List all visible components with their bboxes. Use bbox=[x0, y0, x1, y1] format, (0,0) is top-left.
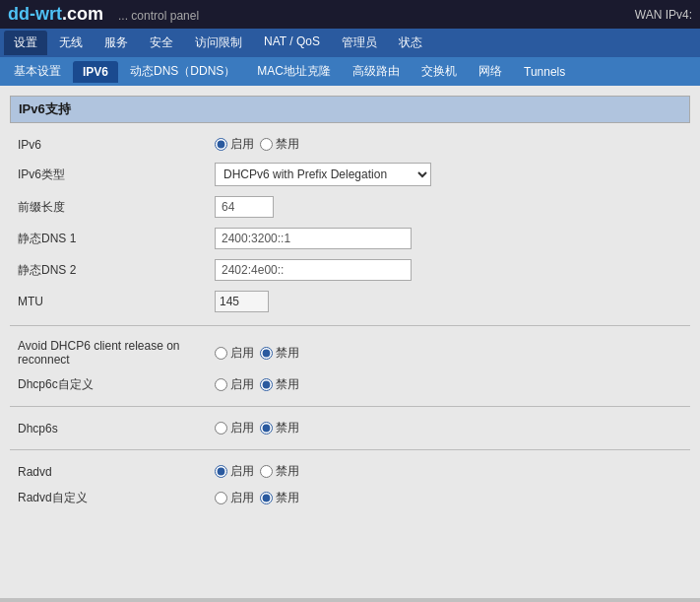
table-row: 前缀长度 bbox=[10, 191, 690, 223]
ipv6-radio-group: 启用 禁用 bbox=[215, 136, 682, 153]
table-row: Dhcp6c自定义 启用 禁用 bbox=[10, 371, 690, 398]
static-dns1-input[interactable] bbox=[215, 228, 412, 249]
top-nav-status[interactable]: 状态 bbox=[389, 31, 432, 55]
top-nav-security[interactable]: 安全 bbox=[140, 31, 183, 55]
ipv6-disable-radio[interactable]: 禁用 bbox=[260, 136, 299, 153]
divider-1 bbox=[10, 325, 690, 326]
top-nav-settings[interactable]: 设置 bbox=[4, 31, 47, 55]
table-row: Avoid DHCP6 client release on reconnect … bbox=[10, 334, 690, 371]
logo: dd-wrt.com ... control panel bbox=[8, 4, 199, 25]
radvd-custom-enable[interactable]: 启用 bbox=[215, 490, 254, 506]
divider-2 bbox=[10, 406, 690, 407]
prefix-length-label: 前缀长度 bbox=[10, 191, 207, 223]
header: dd-wrt.com ... control panel WAN IPv4: bbox=[0, 0, 700, 29]
dhcp6s-radio-group: 启用 禁用 bbox=[215, 420, 682, 436]
avoid-dhcp6-radio-group: 启用 禁用 bbox=[215, 345, 682, 362]
dhcp6s-disable[interactable]: 禁用 bbox=[260, 420, 299, 436]
dhcp6s-enable[interactable]: 启用 bbox=[215, 420, 254, 436]
sub-nav-ddns[interactable]: 动态DNS（DDNS） bbox=[120, 59, 245, 84]
top-nav-nat[interactable]: NAT / QoS bbox=[254, 31, 330, 55]
ipv6-form: IPv6 启用 禁用 IPv6类型 bbox=[10, 131, 690, 317]
static-dns2-label: 静态DNS 2 bbox=[10, 254, 207, 286]
dhcp6s-label: Dhcp6s bbox=[10, 415, 207, 441]
ipv6-enable-radio[interactable]: 启用 bbox=[215, 136, 254, 153]
table-row: 静态DNS 2 bbox=[10, 254, 690, 286]
sub-nav-tunnels[interactable]: Tunnels bbox=[514, 61, 575, 83]
radvd-enable[interactable]: 启用 bbox=[215, 463, 254, 480]
section-title: IPv6支持 bbox=[10, 96, 690, 123]
extra-form: Avoid DHCP6 client release on reconnect … bbox=[10, 334, 690, 398]
radvd-disable[interactable]: 禁用 bbox=[260, 463, 299, 480]
dhcp6c-custom-radio-group: 启用 禁用 bbox=[215, 376, 682, 393]
bottom-bar: 保存 应用 取消 www.wright.com.cn bbox=[0, 598, 700, 602]
wan-info: WAN IPv4: bbox=[635, 8, 692, 22]
top-nav-admin[interactable]: 管理员 bbox=[332, 31, 387, 55]
content: IPv6支持 IPv6 启用 禁用 bbox=[0, 86, 700, 598]
sub-nav-switch[interactable]: 交换机 bbox=[412, 59, 467, 84]
static-dns2-input[interactable] bbox=[215, 259, 412, 281]
top-nav-wireless[interactable]: 无线 bbox=[49, 31, 93, 55]
radvd-custom-label: Radvd自定义 bbox=[10, 485, 207, 511]
sub-nav-advanced-routing[interactable]: 高级路由 bbox=[343, 59, 410, 84]
avoid-dhcp6-enable[interactable]: 启用 bbox=[215, 345, 254, 362]
table-row: IPv6类型 DHCPv6 with Prefix Delegation bbox=[10, 158, 690, 191]
ipv6-label: IPv6 bbox=[10, 131, 207, 158]
table-row: 静态DNS 1 bbox=[10, 223, 690, 254]
ipv6-type-label: IPv6类型 bbox=[10, 158, 207, 191]
radvd-custom-radio-group: 启用 禁用 bbox=[215, 490, 682, 506]
avoid-dhcp6-label: Avoid DHCP6 client release on reconnect bbox=[10, 334, 207, 371]
sub-nav-mac-clone[interactable]: MAC地址克隆 bbox=[247, 59, 341, 84]
table-row: Dhcp6s 启用 禁用 bbox=[10, 415, 690, 441]
dhcp6s-form: Dhcp6s 启用 禁用 bbox=[10, 415, 690, 441]
divider-3 bbox=[10, 449, 690, 450]
mtu-label: MTU bbox=[10, 286, 207, 317]
table-row: Radvd 启用 禁用 bbox=[10, 458, 690, 485]
mtu-input[interactable] bbox=[215, 291, 269, 312]
table-row: IPv6 启用 禁用 bbox=[10, 131, 690, 158]
dhcp6c-custom-label: Dhcp6c自定义 bbox=[10, 371, 207, 398]
table-row: MTU bbox=[10, 286, 690, 317]
dhcp6c-disable[interactable]: 禁用 bbox=[260, 376, 299, 393]
top-nav-services[interactable]: 服务 bbox=[95, 31, 138, 55]
radvd-label: Radvd bbox=[10, 458, 207, 485]
radvd-custom-disable[interactable]: 禁用 bbox=[260, 490, 299, 506]
static-dns1-label: 静态DNS 1 bbox=[10, 223, 207, 254]
sub-nav-basic[interactable]: 基本设置 bbox=[4, 59, 71, 84]
sub-nav-network[interactable]: 网络 bbox=[469, 59, 512, 84]
radvd-radio-group: 启用 禁用 bbox=[215, 463, 682, 480]
top-nav: 设置 无线 服务 安全 访问限制 NAT / QoS 管理员 状态 bbox=[0, 29, 700, 57]
sub-nav-ipv6[interactable]: IPV6 bbox=[73, 61, 118, 83]
radvd-form: Radvd 启用 禁用 Radvd自定义 bbox=[10, 458, 690, 511]
ipv6-type-select[interactable]: DHCPv6 with Prefix Delegation bbox=[215, 163, 431, 186]
sub-nav: 基本设置 IPV6 动态DNS（DDNS） MAC地址克隆 高级路由 交换机 网… bbox=[0, 57, 700, 86]
avoid-dhcp6-disable[interactable]: 禁用 bbox=[260, 345, 299, 362]
table-row: Radvd自定义 启用 禁用 bbox=[10, 485, 690, 511]
prefix-length-input[interactable] bbox=[215, 196, 274, 218]
top-nav-access[interactable]: 访问限制 bbox=[185, 31, 252, 55]
dhcp6c-enable[interactable]: 启用 bbox=[215, 376, 254, 393]
